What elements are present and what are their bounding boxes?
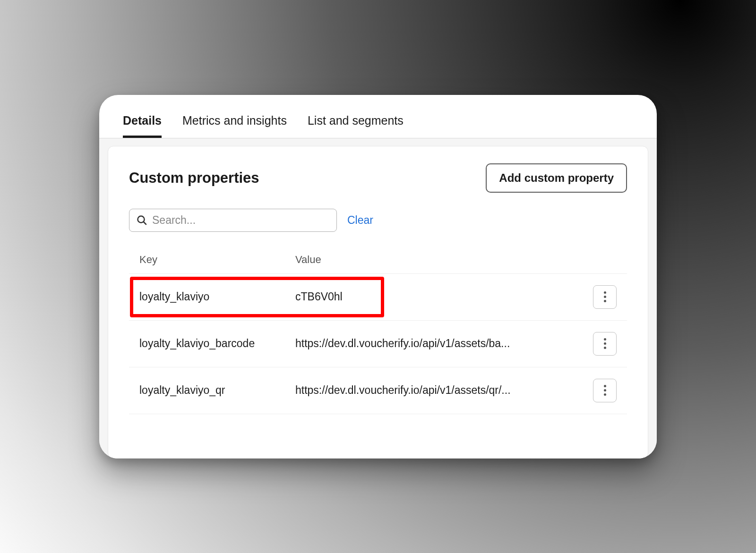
kebab-icon <box>604 291 606 302</box>
row-actions-button[interactable] <box>593 379 617 402</box>
column-header-actions <box>584 254 617 266</box>
tab-bar: Details Metrics and insights List and se… <box>99 95 657 138</box>
panel-wrap: Custom properties Add custom property Cl… <box>99 138 657 459</box>
table-row: loyalty_klaviyo_qr https://dev.dl.vouche… <box>129 367 627 414</box>
row-actions-button[interactable] <box>593 285 617 309</box>
cell-value: cTB6V0hl <box>295 290 584 303</box>
column-header-key: Key <box>139 254 295 266</box>
table-row: loyalty_klaviyo cTB6V0hl <box>129 274 627 321</box>
search-input[interactable] <box>152 214 330 227</box>
cell-key: loyalty_klaviyo <box>139 290 295 303</box>
panel-title: Custom properties <box>129 170 259 187</box>
cell-key: loyalty_klaviyo_barcode <box>139 337 295 350</box>
table-header: Key Value <box>129 248 627 274</box>
kebab-icon <box>604 385 606 396</box>
table-row: loyalty_klaviyo_barcode https://dev.dl.v… <box>129 321 627 367</box>
search-box[interactable] <box>129 209 337 232</box>
search-row: Clear <box>129 209 627 232</box>
svg-line-1 <box>144 222 146 224</box>
tab-metrics[interactable]: Metrics and insights <box>182 114 287 138</box>
add-custom-property-button[interactable]: Add custom property <box>486 163 627 193</box>
panel-header: Custom properties Add custom property <box>129 163 627 193</box>
cell-value: https://dev.dl.voucherify.io/api/v1/asse… <box>295 384 584 397</box>
clear-link[interactable]: Clear <box>347 214 373 227</box>
column-header-value: Value <box>295 254 584 266</box>
cell-value: https://dev.dl.voucherify.io/api/v1/asse… <box>295 337 584 350</box>
kebab-icon <box>604 338 606 349</box>
app-window: Details Metrics and insights List and se… <box>99 95 657 459</box>
row-actions-button[interactable] <box>593 332 617 356</box>
tab-details[interactable]: Details <box>123 114 162 138</box>
tab-segments[interactable]: List and segments <box>308 114 404 138</box>
search-icon <box>136 214 147 226</box>
cell-key: loyalty_klaviyo_qr <box>139 384 295 397</box>
custom-properties-panel: Custom properties Add custom property Cl… <box>108 146 648 459</box>
